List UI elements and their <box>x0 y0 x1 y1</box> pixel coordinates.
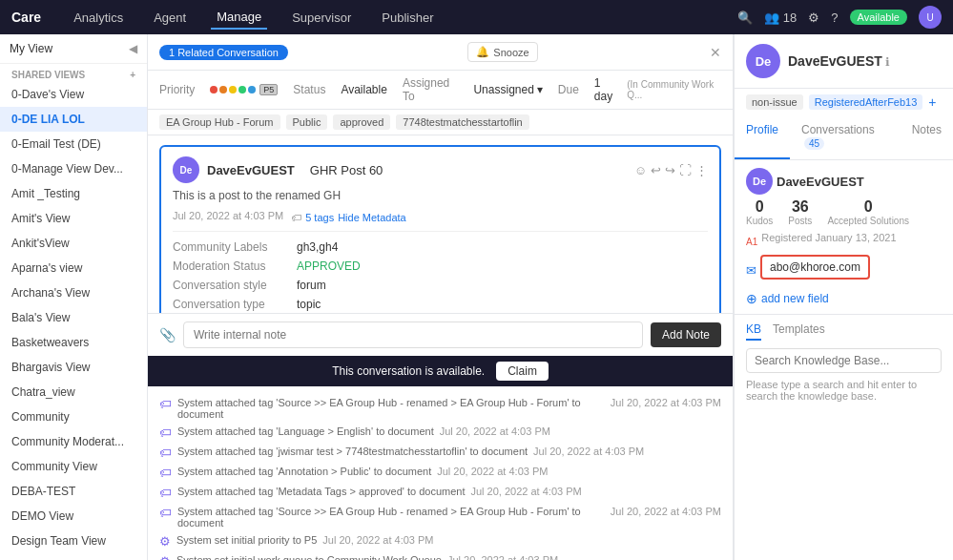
user-rank: A1 <box>746 237 757 247</box>
nav-publisher[interactable]: Publisher <box>376 7 439 29</box>
sidebar-item-bhargavis[interactable]: Bhargavis View <box>0 355 147 380</box>
claim-button[interactable]: Claim <box>496 362 549 381</box>
info-icon[interactable]: ℹ <box>885 55 890 69</box>
meta-key-conv-type: Conversation type <box>173 298 297 311</box>
sidebar-collapse-icon[interactable]: ◀ <box>129 42 137 55</box>
activity-item-3: 🏷 System attached tag 'Annotation > Publ… <box>159 463 721 483</box>
like-icon[interactable]: ☺ <box>634 163 647 177</box>
priority-dot-3 <box>229 86 237 93</box>
meta-row-moderation: Moderation Status APPROVED <box>173 257 708 276</box>
nav-manage[interactable]: Manage <box>211 6 267 30</box>
sidebar-item-aparnas-view[interactable]: Aparna's view <box>0 256 147 280</box>
meta-val-conv-type: topic <box>297 298 321 311</box>
badge-registered[interactable]: RegisteredAfterFeb13 <box>809 94 923 110</box>
sidebar-header: My View ◀ <box>0 34 147 64</box>
assigned-dropdown[interactable]: Unassigned ▾ <box>473 83 542 96</box>
kb-search-input[interactable] <box>746 348 942 373</box>
meta-key-moderation: Moderation Status <box>173 259 297 273</box>
tag-count[interactable]: 5 tags <box>305 212 334 223</box>
activity-icon-5: 🏷 <box>159 506 172 520</box>
more-icon[interactable]: ⋮ <box>695 163 708 177</box>
forward-icon[interactable]: ↪ <box>665 163 675 177</box>
users-icon[interactable]: 👥 18 <box>764 10 797 25</box>
close-button[interactable]: ✕ <box>710 45 721 60</box>
sidebar-item-daves-view[interactable]: 0-Dave's View <box>0 82 147 107</box>
sidebar-item-design-team-view[interactable]: Design Team View <box>0 529 147 553</box>
solutions-label: Accepted Solutions <box>827 216 909 226</box>
sidebar-item-deba-test[interactable]: DEBA-TEST <box>0 479 147 504</box>
sidebar-item-manage-view-dev[interactable]: 0-Manage View Dev... <box>0 156 147 181</box>
sidebar-item-balas-view[interactable]: Bala's View <box>0 305 147 330</box>
meta-row-conv-style: Conversation style forum <box>173 276 708 295</box>
rp-header: De DaveEvGUEST ℹ <box>735 34 953 89</box>
email-field[interactable]: abo@khoroe.com <box>760 255 870 280</box>
hide-metadata-button[interactable]: Hide Metadata <box>338 212 406 223</box>
nav-logo: Care <box>11 10 41 25</box>
sidebar-item-community-moderat[interactable]: Community Moderat... <box>0 429 147 454</box>
sidebar-item-demo-view[interactable]: DEMO View <box>0 504 147 529</box>
message-header: De DaveEvGUEST GHR Post 60 ☺ ↩ ↪ ⛶ ⋮ <box>173 156 708 183</box>
user-stats: 0 Kudos 36 Posts 0 Accepted Solutions <box>746 198 942 226</box>
priority-dot-4 <box>238 86 246 93</box>
sidebar-item-diannis-view[interactable]: Dianni's View <box>0 553 147 560</box>
claim-bar-text: This conversation is available. <box>332 364 485 378</box>
tab-notes[interactable]: Notes <box>901 115 953 159</box>
reply-icon[interactable]: ↩ <box>651 163 661 177</box>
add-badge-icon[interactable]: + <box>928 94 936 110</box>
conversations-count-badge: 45 <box>804 137 824 150</box>
expand-icon[interactable]: ⛶ <box>679 163 692 177</box>
activity-item-2: 🏷 System attached tag 'jwismar test > 77… <box>159 443 721 463</box>
snooze-button[interactable]: 🔔 Snooze <box>467 42 537 62</box>
tab-conversations[interactable]: Conversations 45 <box>790 115 901 159</box>
activity-item-5: 🏷 System attached tag 'Source >> EA Grou… <box>159 503 721 531</box>
tag-public[interactable]: Public <box>286 114 328 130</box>
plus-circle-icon: ⊕ <box>746 291 757 306</box>
kb-tab-kb[interactable]: KB <box>746 322 761 341</box>
sidebar-item-archanas-view[interactable]: Archana's View <box>0 280 147 305</box>
nav-analytics[interactable]: Analytics <box>68 7 129 29</box>
nav-agent[interactable]: Agent <box>148 7 192 29</box>
message-action-icons: ☺ ↩ ↪ ⛶ ⋮ <box>634 163 708 177</box>
user-info: De DaveEvGUEST 0 Kudos 36 Posts 0 Accept… <box>735 160 953 314</box>
kb-tabs: KB Templates <box>746 322 942 341</box>
add-field-button[interactable]: ⊕ add new field <box>746 291 942 306</box>
sidebar-item-amits-view[interactable]: Amit's View <box>0 206 147 231</box>
sidebar-item-amit-testing[interactable]: Amit _Testing <box>0 181 147 206</box>
activity-text-7: System set initial work queue to Communi… <box>176 554 442 560</box>
sidebar-item-chatra-view[interactable]: Chatra_view <box>0 380 147 404</box>
search-icon[interactable]: 🔍 <box>737 10 753 25</box>
message-body: This is a post to the renamed GH <box>173 189 708 202</box>
sidebar-item-community-view[interactable]: Community View <box>0 454 147 479</box>
activity-text-0: System attached tag 'Source >> EA Group … <box>177 397 605 420</box>
sidebar-item-email-test[interactable]: 0-Email Test (DE) <box>0 132 147 156</box>
sidebar-item-ankits-view[interactable]: Ankit'sView <box>0 231 147 256</box>
activity-time-2: Jul 20, 2022 at 4:03 PM <box>533 446 644 457</box>
user-registered: Registered January 13, 2021 <box>761 232 896 243</box>
meta-val-conv-style: forum <box>297 279 326 292</box>
note-input[interactable] <box>183 321 643 348</box>
help-icon[interactable]: ? <box>831 10 838 25</box>
nav-supervisor[interactable]: Supervisor <box>286 7 357 29</box>
my-view-label[interactable]: My View <box>10 42 52 55</box>
sidebar-item-basketweavers[interactable]: Basketweavers <box>0 330 147 355</box>
badge-non-issue[interactable]: non-issue <box>746 94 803 110</box>
sidebar-item-de-lia-lol[interactable]: 0-DE LIA LOL <box>0 107 147 132</box>
activity-item-1: 🏷 System attached tag 'Language > Englis… <box>159 423 721 443</box>
tag-approved[interactable]: approved <box>333 114 390 130</box>
settings-icon[interactable]: ⚙ <box>808 10 819 25</box>
sidebar-item-community[interactable]: Community <box>0 404 147 429</box>
message-tags: 🏷 5 tags Hide Metadata <box>291 212 406 223</box>
message-author: DaveEvGUEST <box>207 163 295 177</box>
related-badge[interactable]: 1 Related Conversation <box>159 45 288 60</box>
conversation-panel: 1 Related Conversation 🔔 Snooze ✕ Priori… <box>148 34 734 560</box>
tag-7748[interactable]: 7748testmatchesstartoflin <box>396 114 528 130</box>
attach-icon[interactable]: 📎 <box>159 327 176 342</box>
activity-icon-3: 🏷 <box>159 466 172 480</box>
add-note-button[interactable]: Add Note <box>651 322 721 347</box>
kudos-label: Kudos <box>746 216 773 226</box>
kb-tab-templates[interactable]: Templates <box>773 322 825 341</box>
tag-ea-group[interactable]: EA Group Hub - Forum <box>159 114 280 130</box>
tab-profile[interactable]: Profile <box>735 115 790 159</box>
activity-text-6: System set initial priority to P5 <box>176 534 317 546</box>
add-view-icon[interactable]: + <box>130 70 135 80</box>
